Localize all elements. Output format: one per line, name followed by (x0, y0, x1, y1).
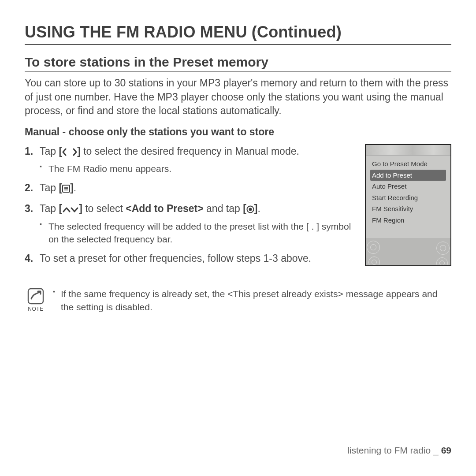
note-block: NOTE If the same frequency is already se… (25, 287, 451, 314)
device-menu-list: Go to Preset ModeAdd to PresetAuto Prese… (366, 156, 450, 226)
page-title: USING THE FM RADIO MENU (Continued) (25, 23, 451, 45)
step-4: To set a preset for other frequencies, f… (25, 251, 353, 265)
device-menu-item: Auto Preset (370, 181, 446, 192)
device-screenshot: Go to Preset ModeAdd to PresetAuto Prese… (365, 144, 451, 266)
page-footer: listening to FM radio _ 69 (347, 445, 451, 456)
step-1-sub: The FM Radio menu appears. (40, 162, 353, 175)
step-3-sub: The selected frequency will be added to … (40, 220, 353, 246)
step-3-bold: <Add to Preset> (126, 203, 203, 214)
note-label: NOTE (25, 306, 47, 312)
left-right-icon (62, 145, 77, 160)
device-titlebar (366, 145, 450, 156)
select-icon (246, 203, 254, 217)
step-1-text-b: to select the desired frequency in Manua… (81, 145, 299, 157)
device-menu-item: Add to Preset (370, 170, 446, 181)
device-menu-item: FM Region (370, 215, 446, 226)
device-decor (366, 238, 450, 265)
steps-list: Tap [] to select the desired frequency i… (25, 144, 353, 265)
device-menu-item: Start Recording (370, 192, 446, 204)
note-text: If the same frequency is already set, th… (53, 287, 451, 314)
section-heading: To store stations in the Preset memory (25, 55, 451, 72)
step-3-text-b: to select (82, 203, 126, 214)
step-2: Tap []. (25, 181, 353, 196)
device-menu-item: Go to Preset Mode (370, 158, 446, 170)
step-2-text-a: Tap (40, 182, 59, 193)
intro-paragraph: You can store up to 30 stations in your … (25, 76, 451, 118)
step-1-text-a: Tap (40, 145, 59, 157)
step-3-text-d: . (258, 203, 260, 214)
step-3-text-a: Tap (40, 203, 59, 214)
step-2-text-b: . (74, 182, 76, 193)
menu-icon (62, 182, 70, 196)
up-down-icon (62, 203, 79, 217)
step-1: Tap [] to select the desired frequency i… (25, 144, 353, 175)
footer-page-number: 69 (441, 445, 451, 455)
device-menu-item: FM Sensitivity (370, 203, 446, 215)
note-icon (25, 287, 47, 305)
subsection-heading: Manual - choose only the stations you wa… (25, 126, 451, 138)
svg-point-5 (249, 208, 252, 211)
step-3-text-c: and tap (204, 203, 243, 214)
footer-section: listening to FM radio _ (347, 445, 439, 455)
step-3: Tap [] to select <Add to Preset> and tap… (25, 201, 353, 246)
